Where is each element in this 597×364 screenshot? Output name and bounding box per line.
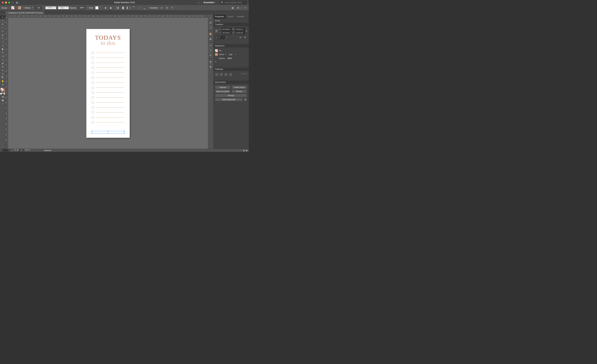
selection-type-label[interactable]: Group ▾ [1, 7, 8, 9]
panel-menu-icon[interactable]: ≡ [244, 6, 247, 10]
next-artboard-icon[interactable]: ▶ [26, 149, 27, 152]
flip-vertical-icon[interactable]: ⇵ [243, 35, 247, 39]
rotate-tool-icon[interactable]: ↻ [0, 51, 5, 54]
minimize-window-button[interactable] [5, 2, 7, 4]
canvas[interactable]: TODAYS to dos [8, 18, 208, 149]
stroke-swatch-small[interactable] [215, 53, 218, 56]
stroke-weight-panel[interactable] [228, 53, 234, 56]
free-transform-tool-icon[interactable]: ⤡ [0, 58, 5, 62]
align-vcenter-icon[interactable]: — [137, 6, 141, 10]
stroke-panel-icon[interactable]: ≋ [209, 43, 212, 47]
brushes-panel-icon[interactable]: ✎ [209, 48, 212, 52]
transform-button[interactable]: Transform [149, 7, 158, 9]
swatches-panel-icon[interactable]: ▦ [209, 37, 212, 41]
last-artboard-icon[interactable]: ⏭ [28, 149, 30, 152]
isolate-mode-icon[interactable]: ⊡ [160, 6, 164, 10]
rotate-input[interactable] [218, 36, 225, 39]
save-as-symbol-button[interactable]: Save as Symbol [215, 90, 230, 93]
appearance-more-icon[interactable]: ⋯ [215, 63, 247, 66]
symbol-sprayer-tool-icon[interactable]: ✦ [0, 69, 5, 72]
stroke-weight-dd[interactable]: ▾ [43, 7, 44, 8]
edit-contents-icon[interactable]: ⊟ [165, 6, 169, 10]
zoom-dd[interactable]: ▾ [12, 150, 12, 151]
cloud-sync-icon[interactable]: ◇ [198, 1, 199, 4]
collapse-dock-icon[interactable]: « [209, 16, 212, 20]
opacity-panel-dd[interactable]: › [234, 58, 235, 59]
selection-tool-icon[interactable]: ▷ [0, 15, 5, 19]
toggle-fill-stroke-icon[interactable]: ⇄ [0, 83, 5, 86]
prev-artboard-icon[interactable]: ◀ [17, 149, 18, 152]
reference-point-icon[interactable] [215, 29, 218, 33]
width-tool-icon[interactable]: ⟿ [0, 54, 5, 58]
align-left-icon[interactable]: ▏▌ [116, 6, 120, 10]
transform-w-input[interactable] [235, 28, 245, 31]
export-assets-icon[interactable]: ⇲ [209, 26, 212, 30]
fill-dropdown[interactable]: ▾ [16, 7, 16, 8]
color-mode-row[interactable] [0, 92, 5, 95]
recolor-button[interactable]: Recolor [232, 90, 247, 93]
maximize-window-button[interactable] [8, 2, 10, 4]
profile-dd[interactable]: ▾ [56, 7, 57, 8]
arrange-panel-icon[interactable]: ⇶ [236, 6, 240, 10]
transform-y-input[interactable] [222, 31, 232, 34]
pathfinder-intersect-icon[interactable] [224, 73, 228, 76]
stroke-weight-input[interactable] [35, 6, 42, 9]
stroke-swatch[interactable] [18, 6, 21, 9]
align-bottom-icon[interactable]: ▁ [142, 6, 146, 10]
edit-toolbar-icon[interactable]: ⋯ [0, 102, 5, 106]
paintbrush-tool-icon[interactable]: 🖌 [0, 33, 5, 37]
crop-image-icon[interactable]: ⇱ [170, 6, 174, 10]
tab-layers[interactable]: Layers [226, 15, 235, 18]
fill-stroke-control[interactable] [0, 87, 5, 92]
eraser-tool-icon[interactable]: ◧ [0, 47, 5, 51]
global-edit-icon[interactable]: ▦ [231, 6, 235, 10]
zoom-tool-icon[interactable]: 🔍 [0, 76, 5, 79]
stroke-weight-dd-panel[interactable]: ▾ [235, 54, 236, 55]
eyedropper-tool-icon[interactable]: 💉 [0, 62, 5, 65]
pathfinder-minus-front-icon[interactable] [220, 73, 223, 76]
effects-button[interactable]: fx. [215, 61, 217, 63]
rectangle-tool-icon[interactable]: ▭ [0, 30, 5, 33]
hand-tool-icon[interactable]: ✋ [0, 79, 5, 83]
stock-search-input[interactable]: 🔍 Search Adobe Stock [220, 1, 247, 4]
direct-selection-tool-icon[interactable]: ▹ [0, 19, 5, 22]
first-artboard-icon[interactable]: ⏮ [14, 149, 16, 152]
fill-swatch-small[interactable] [215, 49, 218, 52]
start-global-edit-button[interactable]: Start Global Edit [215, 98, 243, 101]
align-top-icon[interactable]: ▔ [132, 6, 136, 10]
appearance-panel-icon[interactable]: ◉ [209, 60, 212, 64]
pathfinder-exclude-icon[interactable] [229, 73, 232, 76]
workspace-switcher[interactable]: Essentials▾ [204, 1, 216, 4]
more-options[interactable]: ▾ [176, 7, 176, 8]
stroke-stepper[interactable]: ⇅ [225, 54, 226, 55]
style-dd[interactable]: ▾ [100, 7, 101, 8]
tab-properties[interactable]: Properties [213, 15, 226, 18]
artboard-tool-icon[interactable]: ▢ [0, 72, 5, 76]
shape-tool-icon[interactable]: ◇ [0, 44, 5, 47]
document-tab[interactable]: × Duplicate.ai* @ 50% (CMYK/GPU Preview) [5, 11, 45, 15]
screen-mode-icon[interactable]: ▣ [0, 98, 5, 102]
status-scroll-left[interactable]: ◀ [243, 150, 244, 151]
rotate-dd[interactable]: ▾ [226, 37, 226, 38]
type-tool-icon[interactable]: T [0, 37, 5, 40]
opacity-swatch[interactable] [215, 57, 218, 60]
color-panel-icon[interactable]: 🎨 [209, 32, 212, 36]
tab-libraries[interactable]: Libraries [235, 15, 246, 18]
arrange-dd[interactable]: ▾ [241, 7, 242, 8]
transform-x-input[interactable] [222, 28, 232, 31]
align-hcenter-icon[interactable]: ▐▌ [121, 6, 125, 10]
arrange-documents-icon[interactable]: ▥ ▾ [16, 1, 19, 4]
fill-swatch[interactable] [11, 6, 14, 9]
global-edit-options-icon[interactable]: ▾ [244, 98, 247, 101]
status-scroll-right[interactable]: ▶ [246, 150, 248, 151]
home-icon[interactable]: ⌂ [12, 1, 14, 4]
zoom-level-input[interactable] [1, 149, 10, 152]
close-window-button[interactable] [2, 2, 4, 4]
flip-horizontal-icon[interactable]: ⇋ [238, 35, 242, 39]
pen-tool-icon[interactable]: ✒ [0, 22, 5, 26]
stroke-weight-stepper[interactable]: ⇅ [32, 7, 33, 8]
opacity-input[interactable] [78, 6, 85, 9]
selection-bounding-box[interactable] [92, 131, 124, 134]
drawing-mode-icon[interactable]: ◑ [0, 95, 5, 98]
pathfinder-unite-icon[interactable] [215, 73, 219, 76]
